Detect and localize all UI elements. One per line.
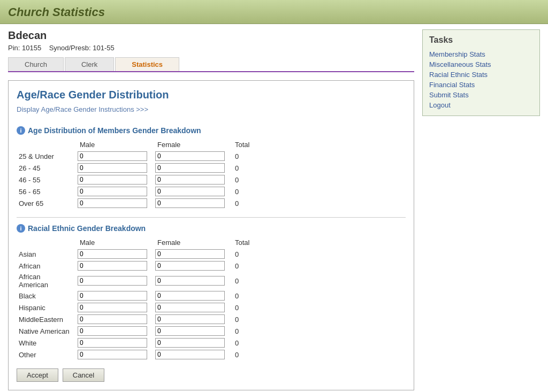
race-row-total: 0 xyxy=(231,313,254,325)
age-female-input-3[interactable] xyxy=(155,187,225,196)
age-row-total: 0 xyxy=(231,162,254,174)
race-female-input-3[interactable] xyxy=(155,291,225,301)
race-table-row: African 0 xyxy=(17,260,254,272)
race-row-female[interactable] xyxy=(153,260,231,272)
content-box: Age/Race Gender Distribution Display Age… xyxy=(8,80,414,390)
age-male-input-0[interactable] xyxy=(78,151,147,161)
accept-button[interactable]: Accept xyxy=(17,368,58,382)
age-row-label: 25 & Under xyxy=(17,150,75,162)
race-row-total: 0 xyxy=(231,272,254,290)
age-row-male[interactable] xyxy=(75,162,153,174)
race-male-input-8[interactable] xyxy=(78,350,147,359)
age-female-input-0[interactable] xyxy=(155,151,225,161)
task-link-racial-ethnic-stats[interactable]: Racial Ethnic Stats xyxy=(429,70,533,80)
age-female-input-2[interactable] xyxy=(155,175,225,185)
race-row-female[interactable] xyxy=(153,272,231,290)
age-row-female[interactable] xyxy=(153,197,231,209)
age-row-male[interactable] xyxy=(75,150,153,162)
age-row-label: 26 - 45 xyxy=(17,162,75,174)
age-section-header: i Age Distribution of Members Gender Bre… xyxy=(17,126,406,135)
race-row-male[interactable] xyxy=(75,349,153,360)
race-row-female[interactable] xyxy=(153,313,231,325)
age-row-female[interactable] xyxy=(153,186,231,197)
age-col-male: Male xyxy=(75,139,153,150)
age-female-input-4[interactable] xyxy=(155,198,225,208)
race-row-female[interactable] xyxy=(153,302,231,313)
race-row-female[interactable] xyxy=(153,349,231,360)
age-row-total: 0 xyxy=(231,186,254,197)
age-table-row: Over 65 0 xyxy=(17,197,254,209)
race-row-total: 0 xyxy=(231,349,254,360)
age-col-total: Total xyxy=(231,139,254,150)
age-row-female[interactable] xyxy=(153,162,231,174)
race-male-input-2[interactable] xyxy=(78,276,147,286)
race-row-male[interactable] xyxy=(75,272,153,290)
synod-value: 101-55 xyxy=(93,44,114,52)
race-male-input-0[interactable] xyxy=(78,249,147,259)
task-link-financial-stats[interactable]: Financial Stats xyxy=(429,80,533,90)
race-row-female[interactable] xyxy=(153,325,231,337)
race-section-label: Racial Ethnic Gender Breakdown xyxy=(28,224,146,233)
task-link-membership-stats[interactable]: Membership Stats xyxy=(429,49,533,59)
race-info-icon[interactable]: i xyxy=(17,224,25,233)
age-row-male[interactable] xyxy=(75,186,153,197)
race-female-input-7[interactable] xyxy=(155,338,225,348)
race-row-male[interactable] xyxy=(75,313,153,325)
instructions-link[interactable]: Display Age/Race Gender Instructions >>> xyxy=(17,105,148,113)
task-link-miscellaneous-stats[interactable]: Miscellaneous Stats xyxy=(429,59,533,70)
race-male-input-5[interactable] xyxy=(78,314,147,324)
race-male-input-7[interactable] xyxy=(78,338,147,348)
age-row-female[interactable] xyxy=(153,150,231,162)
race-female-input-4[interactable] xyxy=(155,303,225,312)
age-female-input-1[interactable] xyxy=(155,163,225,173)
age-table-row: 26 - 45 0 xyxy=(17,162,254,174)
button-row: Accept Cancel xyxy=(17,368,406,382)
page-title: Church Statistics xyxy=(8,5,540,19)
race-row-female[interactable] xyxy=(153,248,231,260)
race-row-label: Asian xyxy=(17,248,75,260)
age-row-male[interactable] xyxy=(75,174,153,186)
race-female-input-5[interactable] xyxy=(155,314,225,324)
race-male-input-3[interactable] xyxy=(78,291,147,301)
age-row-female[interactable] xyxy=(153,174,231,186)
race-female-input-0[interactable] xyxy=(155,249,225,259)
race-male-input-4[interactable] xyxy=(78,303,147,312)
tab-statistics[interactable]: Statistics xyxy=(115,57,179,71)
section-title: Age/Race Gender Distribution xyxy=(17,89,406,101)
race-female-input-1[interactable] xyxy=(155,261,225,271)
race-row-male[interactable] xyxy=(75,248,153,260)
race-row-female[interactable] xyxy=(153,290,231,302)
task-link-submit-stats[interactable]: Submit Stats xyxy=(429,90,533,100)
tab-clerk[interactable]: Clerk xyxy=(65,57,114,71)
race-female-input-8[interactable] xyxy=(155,350,225,359)
age-male-input-3[interactable] xyxy=(78,187,147,196)
race-row-male[interactable] xyxy=(75,325,153,337)
tab-church[interactable]: Church xyxy=(8,57,64,71)
race-female-input-6[interactable] xyxy=(155,326,225,336)
age-row-total: 0 xyxy=(231,197,254,209)
race-row-male[interactable] xyxy=(75,290,153,302)
page-header: Church Statistics xyxy=(0,0,548,24)
church-name: Bdecan xyxy=(8,29,414,42)
race-col-male: Male xyxy=(75,237,153,248)
race-row-label: Other xyxy=(17,349,75,360)
race-row-male[interactable] xyxy=(75,260,153,272)
age-table: Male Female Total 25 & Under 0 26 - 45 0… xyxy=(17,139,254,209)
cancel-button[interactable]: Cancel xyxy=(63,368,104,382)
age-section-label: Age Distribution of Members Gender Break… xyxy=(28,126,201,135)
race-row-total: 0 xyxy=(231,290,254,302)
race-female-input-2[interactable] xyxy=(155,276,225,286)
race-male-input-6[interactable] xyxy=(78,326,147,336)
age-male-input-1[interactable] xyxy=(78,163,147,173)
race-row-female[interactable] xyxy=(153,337,231,349)
race-table-row: Black 0 xyxy=(17,290,254,302)
age-male-input-4[interactable] xyxy=(78,198,147,208)
age-row-male[interactable] xyxy=(75,197,153,209)
task-link-logout[interactable]: Logout xyxy=(429,100,533,110)
race-row-label: Native American xyxy=(17,325,75,337)
race-row-male[interactable] xyxy=(75,337,153,349)
age-info-icon[interactable]: i xyxy=(17,126,25,135)
age-male-input-2[interactable] xyxy=(78,175,147,185)
race-male-input-1[interactable] xyxy=(78,261,147,271)
race-row-male[interactable] xyxy=(75,302,153,313)
